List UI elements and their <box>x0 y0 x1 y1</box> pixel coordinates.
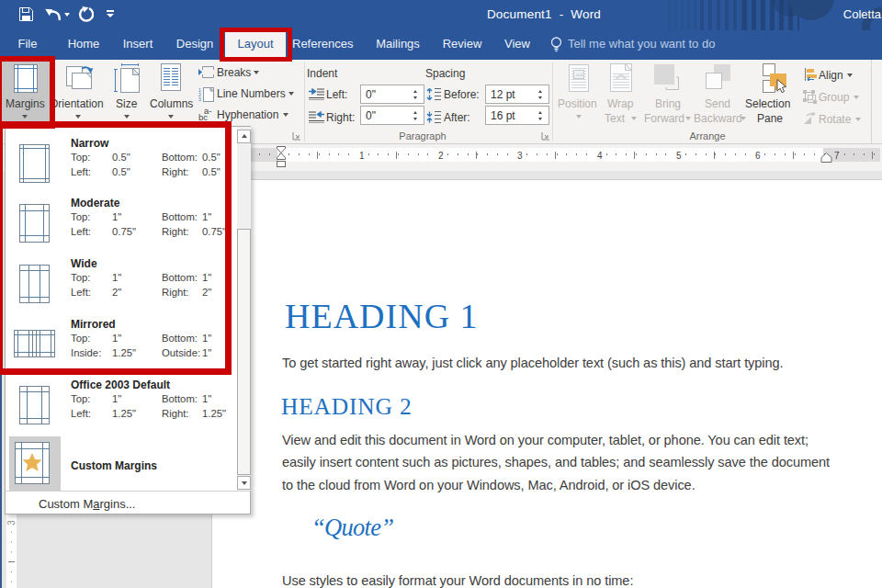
svg-text:3: 3 <box>198 96 201 102</box>
